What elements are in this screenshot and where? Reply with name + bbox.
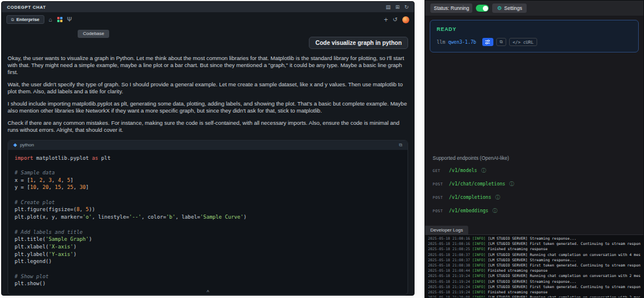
code-footer: ^ bbox=[8, 289, 408, 295]
settings-label: Settings bbox=[504, 5, 523, 11]
code-line: ​ bbox=[15, 191, 401, 199]
log-line: 2025-05-18 21:19:24 [INFO] [LM STUDIO SE… bbox=[428, 284, 640, 289]
collapse-chevron-icon[interactable]: ^ bbox=[207, 290, 209, 295]
external-link-icon: ⧉ bbox=[11, 17, 14, 22]
assistant-paragraph: Wait, the user didn't specify the type o… bbox=[8, 81, 408, 95]
assistant-paragraph: I should include importing matplotlib.py… bbox=[8, 100, 408, 114]
code-line: # Show plot bbox=[15, 273, 401, 281]
log-line: 2025-05-18 21:08:44 [INFO] Finished stre… bbox=[428, 268, 640, 273]
codegpt-chat-window: CODEGPT CHAT ▤ ⊞ ↻ ⧉ Enterprise ⌂ Ψ + ↺ … bbox=[1, 1, 415, 296]
log-line: 2025-05-18 21:08:37 [INFO] [LM STUDIO SE… bbox=[428, 257, 640, 262]
endpoints-title: Supported endpoints (OpenAI-like) bbox=[433, 155, 636, 161]
code-line: y = [10, 20, 15, 25, 30] bbox=[15, 184, 401, 191]
loaded-model-row: llm qwen3-1.7b ⧉ </> cURL bbox=[437, 38, 632, 46]
endpoint-method: GET bbox=[433, 169, 445, 173]
enterprise-label: Enterprise bbox=[16, 17, 40, 22]
code-line: # Add labels and title bbox=[15, 229, 401, 236]
code-block: ◆ python ⧉ import matplotlib.pyplot as p… bbox=[8, 140, 408, 296]
sliders-icon bbox=[485, 39, 490, 45]
log-line: 2025-05-18 21:08:37 [INFO] [LM STUDIO SE… bbox=[428, 252, 640, 257]
code-line: # Sample data bbox=[15, 169, 401, 177]
titlebar-actions: ▤ ⊞ ↻ bbox=[385, 5, 409, 10]
copy-icon: ⧉ bbox=[500, 39, 503, 45]
endpoint-row: POST/v1/chat/completionsⓘ bbox=[433, 181, 636, 187]
endpoint-path: /v1/embeddings bbox=[449, 208, 488, 213]
server-status-chip: Status: Running bbox=[430, 3, 472, 13]
code-line: plt.xlabel('X-axis') bbox=[15, 243, 401, 251]
code-language-label: python bbox=[20, 142, 34, 148]
log-line: 2025-05-18 21:08:16 [INFO] [LM STUDIO SE… bbox=[428, 241, 640, 246]
info-icon[interactable]: ⓘ bbox=[509, 181, 514, 187]
chat-titlebar: CODEGPT CHAT ▤ ⊞ ↻ bbox=[2, 2, 414, 12]
refresh-icon[interactable]: ↻ bbox=[404, 5, 409, 10]
server-ready-card: READY llm qwen3-1.7b ⧉ </> cURL bbox=[430, 20, 639, 52]
endpoint-path: /v1/chat/completions bbox=[449, 181, 505, 187]
assistant-paragraph: Check if there are any common mistakes. … bbox=[8, 120, 408, 134]
code-line: ​ bbox=[15, 162, 401, 169]
endpoint-path: /v1/models bbox=[449, 168, 477, 173]
history-icon[interactable]: ↺ bbox=[393, 17, 398, 23]
chat-title: CODEGPT CHAT bbox=[7, 5, 46, 10]
log-line: 2025-05-18 21:08:25 [INFO] Finished stre… bbox=[428, 246, 640, 251]
info-icon[interactable]: ⓘ bbox=[495, 194, 500, 201]
layout-icon[interactable]: ▤ bbox=[385, 5, 391, 10]
code-line: plt.plot(x, y, marker='o', linestyle='--… bbox=[15, 213, 401, 221]
model-type-label: llm bbox=[437, 40, 445, 45]
code-line: ​ bbox=[15, 221, 401, 229]
gear-icon: ⚙ bbox=[497, 6, 502, 11]
endpoints-list: GET/v1/modelsⓘPOST/v1/chat/completionsⓘP… bbox=[433, 167, 636, 214]
code-line: plt.show() bbox=[15, 280, 401, 288]
log-line: 2025-05-18 21:08:16 [INFO] [LM STUDIO SE… bbox=[428, 236, 640, 241]
endpoint-path: /v1/completions bbox=[449, 195, 491, 200]
agents-icon[interactable] bbox=[57, 17, 62, 22]
server-topbar: Status: Running ⚙ Settings bbox=[425, 1, 643, 16]
new-chat-icon[interactable]: + bbox=[384, 16, 388, 23]
prompts-icon[interactable]: Ψ bbox=[67, 17, 72, 23]
assistant-message: Okay, the user wants to visualize a grap… bbox=[2, 49, 414, 139]
code-line: plt.title('Sample Graph') bbox=[15, 236, 401, 243]
enterprise-button[interactable]: ⧉ Enterprise bbox=[6, 15, 44, 24]
code-line: x = [1, 2, 3, 4, 5] bbox=[15, 177, 401, 184]
code-line: plt.ylabel('Y-axis') bbox=[15, 251, 401, 258]
code-line: ​ bbox=[15, 265, 401, 273]
log-line: 2025-05-18 21:08:38 [INFO] [LM STUDIO SE… bbox=[428, 262, 640, 268]
info-icon[interactable]: ⓘ bbox=[492, 208, 497, 214]
grid-icon[interactable]: ⊞ bbox=[395, 5, 400, 10]
chat-toolbar: ⧉ Enterprise ⌂ Ψ + ↺ bbox=[2, 12, 414, 26]
language-icon: ◆ bbox=[13, 143, 17, 148]
code-line: plt.figure(figsize=(8, 5)) bbox=[15, 206, 401, 213]
log-list[interactable]: 2025-05-18 21:08:16 [INFO] [LM STUDIO SE… bbox=[425, 234, 643, 297]
model-settings-button[interactable] bbox=[482, 38, 493, 46]
endpoint-row: POST/v1/embeddingsⓘ bbox=[433, 208, 636, 214]
endpoint-row: GET/v1/modelsⓘ bbox=[433, 167, 636, 174]
endpoints-section: Supported endpoints (OpenAI-like) GET/v1… bbox=[425, 155, 643, 221]
copy-model-button[interactable]: ⧉ bbox=[496, 38, 506, 46]
info-icon[interactable]: ⓘ bbox=[481, 167, 486, 174]
endpoint-method: POST bbox=[433, 209, 445, 213]
settings-button[interactable]: ⚙ Settings bbox=[492, 3, 527, 13]
assistant-paragraph: Okay, the user wants to visualize a grap… bbox=[8, 55, 408, 76]
endpoint-row: POST/v1/completionsⓘ bbox=[433, 194, 636, 201]
curl-button[interactable]: </> cURL bbox=[509, 38, 537, 46]
codebase-row: Codebase bbox=[2, 26, 414, 38]
endpoint-method: POST bbox=[433, 195, 445, 200]
developer-logs-tab[interactable]: Developer Logs bbox=[425, 226, 468, 234]
log-line: 2025-05-18 21:20:08 [INFO] [LM STUDIO SE… bbox=[428, 295, 640, 297]
curl-label: </> cURL bbox=[513, 40, 534, 45]
home-icon[interactable]: ⌂ bbox=[49, 17, 53, 23]
user-message: Code visualize graph in python bbox=[309, 37, 408, 49]
copy-code-icon[interactable]: ⧉ bbox=[399, 142, 402, 148]
server-toggle[interactable] bbox=[476, 5, 489, 12]
user-message-row: Code visualize graph in python bbox=[2, 37, 414, 49]
toggle-knob bbox=[483, 6, 488, 11]
endpoint-method: POST bbox=[433, 182, 445, 187]
logs-tab-row: Developer Logs bbox=[425, 223, 643, 234]
model-name[interactable]: qwen3-1.7b bbox=[448, 40, 476, 45]
ready-status: READY bbox=[437, 26, 632, 32]
log-line: 2025-05-18 21:19:24 [INFO] [LM STUDIO SE… bbox=[428, 279, 640, 284]
code-body: import matplotlib.pyplot as plt​# Sample… bbox=[8, 150, 408, 289]
code-line: import matplotlib.pyplot as plt bbox=[15, 155, 401, 162]
log-line: 2025-05-18 21:19:24 [INFO] Finished stre… bbox=[428, 289, 640, 295]
code-line: # Create plot bbox=[15, 199, 401, 206]
avatar[interactable] bbox=[402, 16, 409, 23]
